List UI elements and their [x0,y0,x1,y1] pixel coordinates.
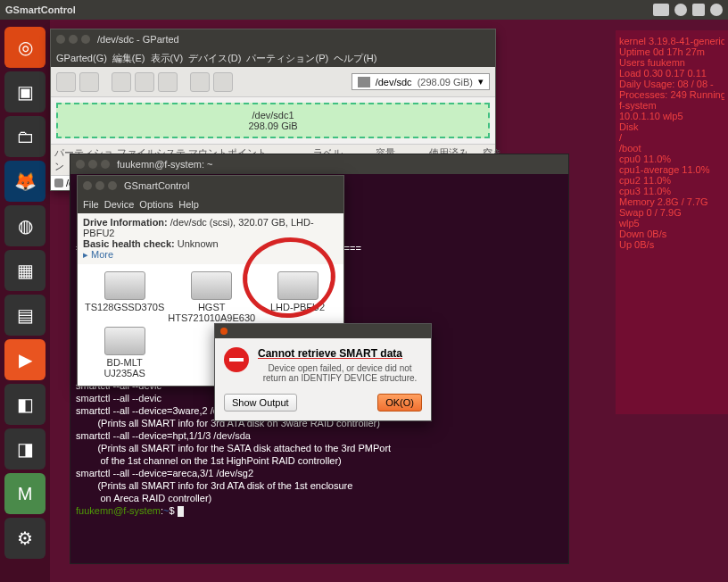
menu-item[interactable]: デバイス(D) [188,52,241,65]
launcher-app10-icon[interactable]: ◨ [4,428,46,470]
terminal-titlebar[interactable]: fuukemn@f-system: ~ [70,154,568,174]
sysmon-line: 10.0.1.10 wlp5 [619,111,724,121]
maximize-icon[interactable] [101,160,110,169]
drive-item[interactable]: BD-MLT UJ235AS [85,327,164,378]
menu-item[interactable]: Options [139,199,173,210]
launcher-app11-icon[interactable]: M [4,473,46,514]
chevron-down-icon: ▾ [478,76,484,87]
delete-partition-icon[interactable] [79,72,99,92]
ok-button[interactable]: OK(O) [377,394,422,412]
unity-launcher: ◎ ▣ 🗀 🦊 ◍ ▦ ▤ ▶ ◧ ◨ M ⚙ [0,20,50,582]
show-output-button[interactable]: Show Output [224,394,297,412]
dialog-titlebar[interactable] [215,324,431,338]
gparted-menubar: GParted(G)編集(E)表示(V)デバイス(D)パーティション(P)ヘルプ… [51,49,495,67]
sysmon-line: Up 0B/s [619,239,724,250]
gparted-title: /dev/sdc - GParted [97,34,179,45]
undo-icon[interactable] [190,72,210,92]
dialog-title: Cannot retrieve SMART data [258,347,422,360]
menu-item[interactable]: 編集(E) [112,52,145,65]
device-selector[interactable]: /dev/sdc (298.09 GiB) ▾ [352,73,490,90]
sysmon-line: /boot [619,143,724,154]
maximize-icon[interactable] [81,35,90,44]
drive-label: HGST HTS721010A9E630 [168,302,255,323]
hdd-icon [358,77,370,87]
launcher-app12-icon[interactable]: ⚙ [4,518,46,559]
minimize-icon[interactable] [88,160,97,169]
resize-icon[interactable] [112,72,131,92]
menu-item[interactable]: GParted(G) [56,53,107,63]
top-unity-bar: GSmartControl [0,0,728,20]
keyboard-indicator-icon[interactable] [653,4,669,16]
sysmon-line: / [619,132,724,143]
close-icon[interactable] [83,181,92,190]
gparted-titlebar[interactable]: /dev/sdc - GParted [51,29,495,49]
sysmon-line: Load 0.30 0.17 0.11 [619,68,724,79]
launcher-app8-icon[interactable]: ▶ [4,339,46,380]
health-label: Basic health check: [83,238,175,249]
sysmon-line: wlp5 [619,218,724,229]
minimize-icon[interactable] [95,181,104,190]
close-icon[interactable] [220,328,228,335]
launcher-dash-icon[interactable]: ◎ [4,27,46,68]
gsmartcontrol-titlebar[interactable]: GSmartControl [78,176,343,195]
partition-graph[interactable]: /dev/sdc1 298.09 GiB [56,103,490,138]
sysmon-line: Memory 2.8G / 7.7G [619,196,724,207]
launcher-app5-icon[interactable]: ◍ [4,205,46,246]
health-value: Unknown [178,238,219,249]
menu-item[interactable]: ヘルプ(H) [334,52,376,65]
launcher-terminal-icon[interactable]: ▣ [4,71,46,112]
conky-panel: kernel 3.19.8-41-genericUptime 0d 17h 27… [616,30,728,414]
gsmartcontrol-menubar: FileDeviceOptionsHelp [78,195,343,213]
minimize-icon[interactable] [69,35,78,44]
error-dialog: Cannot retrieve SMART data Device open f… [214,323,432,421]
drive-info-label: Drive Information: [83,217,168,228]
paste-icon[interactable] [158,72,178,92]
copy-icon[interactable] [135,72,154,92]
launcher-app7-icon[interactable]: ▤ [4,295,46,336]
sysmon-line: cpu1-average 11.0% [619,164,724,175]
menu-item[interactable]: Help [178,199,199,210]
dialog-description: Device open failed, or device did not re… [258,363,422,383]
cursor [178,506,184,517]
lock-icon [54,179,63,187]
sysmon-line: Users fuukemn [619,57,724,68]
apply-icon[interactable] [213,72,233,92]
device-selector-size: (298.09 GiB) [418,77,473,87]
menu-item[interactable]: File [83,199,99,210]
close-icon[interactable] [76,160,85,169]
sysmon-line: cpu0 11.0% [619,154,724,164]
sound-indicator-icon[interactable] [692,4,705,16]
launcher-firefox-icon[interactable]: 🦊 [4,161,46,202]
sysmon-line: cpu2 11.0% [619,175,724,186]
device-selector-label: /dev/sdc [376,77,412,87]
sysmon-line: Uptime 0d 17h 27m [619,46,724,57]
sysmon-line: Daily Usage: 08 / 08 - [619,79,724,89]
drive-label: TS128GSSD370S [85,302,164,312]
sysmon-line: Processes: 249 Running [619,89,724,100]
menu-item[interactable]: 表示(V) [151,52,184,65]
hdd-icon [104,327,145,355]
close-icon[interactable] [56,35,65,44]
hdd-icon [104,271,145,300]
launcher-app9-icon[interactable]: ◧ [4,384,46,425]
maximize-icon[interactable] [108,181,117,190]
network-indicator-icon[interactable] [674,4,687,16]
sysmon-line: Swap 0 / 7.9G [619,207,724,218]
partition-graph-name: /dev/sdc1 [252,110,294,121]
partition-graph-size: 298.09 GiB [248,121,297,131]
launcher-files-icon[interactable]: 🗀 [4,116,46,157]
prompt-dollar: $ [169,505,177,516]
prompt-user: fuukemn@f-system [76,505,161,516]
sysmon-line: kernel 3.19.8-41-generic [619,36,724,46]
menu-item[interactable]: Device [104,199,135,210]
gsmartcontrol-title: GSmartControl [124,180,189,191]
menu-item[interactable]: パーティション(P) [246,52,328,65]
sysmon-line: cpu3 11.0% [619,186,724,196]
launcher-app6-icon[interactable]: ▦ [4,250,46,291]
drive-item[interactable]: TS128GSSD370S [85,271,164,323]
drive-label: BD-MLT UJ235AS [85,357,164,378]
sysmon-line: f-system [619,100,724,111]
session-indicator-icon[interactable] [710,4,723,16]
active-window-title: GSmartControl [5,4,76,15]
new-partition-icon[interactable] [56,72,76,92]
